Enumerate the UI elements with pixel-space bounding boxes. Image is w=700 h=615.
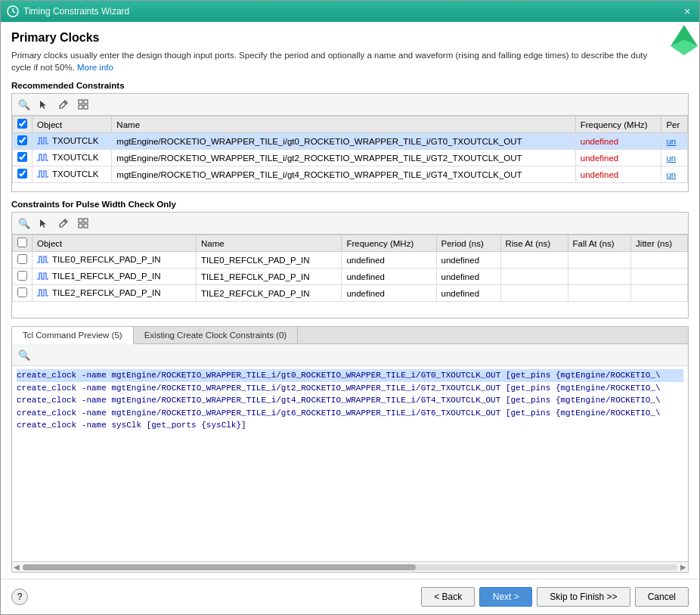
svg-rect-15 <box>84 224 88 228</box>
svg-line-2 <box>13 11 15 13</box>
col-check <box>13 235 33 252</box>
window-title: Timing Constraints Wizard <box>23 6 129 17</box>
page-title: Primary Clocks <box>11 31 689 45</box>
wave-icon <box>37 272 49 281</box>
wave-icon <box>37 153 49 162</box>
more-info-link[interactable]: More info <box>77 63 113 72</box>
tcl-search-btn[interactable]: 🔍 <box>15 346 33 363</box>
cancel-button[interactable]: Cancel <box>635 587 689 607</box>
col-period: Period (ns) <box>436 235 500 252</box>
col-frequency: Frequency (MHz) <box>342 235 436 252</box>
row-checkbox[interactable] <box>17 271 27 281</box>
row-fall <box>568 269 631 285</box>
recommended-table: Object Name Frequency (MHz) Per <box>12 116 688 183</box>
close-button[interactable]: × <box>681 5 693 17</box>
svg-rect-8 <box>84 100 88 104</box>
pulse-table: Object Name Frequency (MHz) Period (ns) … <box>12 235 688 302</box>
table-row[interactable]: TXOUTCLK mgtEngine/ROCKETIO_WRAPPER_TILE… <box>13 166 688 183</box>
table-row[interactable]: TILE1_REFCLK_PAD_P_IN TILE1_REFCLK_PAD_P… <box>13 269 688 285</box>
pulse-select-all-checkbox[interactable] <box>17 238 27 247</box>
horizontal-scrollbar[interactable] <box>23 564 677 570</box>
row-rise <box>500 269 568 285</box>
row-frequency: undefined <box>575 166 661 183</box>
tcl-line: create_clock -name mgtEngine/ROCKETIO_WR… <box>17 394 683 407</box>
help-button[interactable]: ? <box>11 589 28 605</box>
col-object: Object <box>33 235 197 252</box>
row-checkbox-cell <box>13 166 33 183</box>
row-object: TXOUTCLK <box>33 150 112 166</box>
row-rise <box>500 252 568 269</box>
main-content: Primary Clocks Primary clocks usually en… <box>1 22 699 579</box>
row-rise <box>500 285 568 302</box>
tab-content: 🔍 create_clock -name mgtEngine/ROCKETIO_… <box>12 344 688 572</box>
page-description: Primary clocks usually enter the design … <box>11 49 669 73</box>
svg-line-11 <box>64 221 67 223</box>
pulse-edit-btn[interactable] <box>54 215 73 231</box>
row-name: TILE1_REFCLK_PAD_P_IN <box>196 269 341 285</box>
app-logo <box>669 23 699 57</box>
pulse-search-btn[interactable]: 🔍 <box>15 215 33 231</box>
row-name: TILE2_REFCLK_PAD_P_IN <box>196 285 341 302</box>
recommended-toolbar: 🔍 <box>12 94 688 116</box>
table-row[interactable]: TILE2_REFCLK_PAD_P_IN TILE2_REFCLK_PAD_P… <box>13 285 688 302</box>
row-name: mgtEngine/ROCKETIO_WRAPPER_TILE_i/gt4_RO… <box>112 166 575 183</box>
app-icon <box>7 5 19 17</box>
row-object: TXOUTCLK <box>33 133 112 150</box>
tcl-toolbar: 🔍 <box>12 344 688 366</box>
select-all-checkbox[interactable] <box>17 119 27 129</box>
recommended-table-scroll[interactable]: Object Name Frequency (MHz) Per <box>12 116 688 191</box>
titlebar-left: Timing Constraints Wizard <box>7 5 129 17</box>
tab-tcl-preview[interactable]: Tcl Command Preview (5) <box>12 327 134 344</box>
svg-rect-13 <box>84 219 88 222</box>
col-object: Object <box>33 116 112 133</box>
row-jitter <box>631 252 688 269</box>
recommended-search-btn[interactable]: 🔍 <box>15 96 33 113</box>
row-checkbox[interactable] <box>17 169 27 179</box>
row-checkbox[interactable] <box>17 287 27 297</box>
row-period: undefined <box>436 269 500 285</box>
pulse-chart-btn[interactable] <box>74 215 92 231</box>
recommended-section-label: Recommended Constraints <box>11 81 689 90</box>
row-checkbox[interactable] <box>17 152 27 162</box>
recommended-chart-btn[interactable] <box>74 96 92 113</box>
wave-icon <box>37 136 49 145</box>
col-name: Name <box>112 116 575 133</box>
pulse-cursor-btn[interactable] <box>35 215 53 231</box>
pulse-table-scroll[interactable]: Object Name Frequency (MHz) Period (ns) … <box>12 235 688 318</box>
main-window: Timing Constraints Wizard × Primary Cloc… <box>0 0 700 615</box>
row-period: un <box>661 133 688 150</box>
row-period: undefined <box>436 285 500 302</box>
row-object: TILE0_REFCLK_PAD_P_IN <box>33 252 197 269</box>
row-fall <box>568 252 631 269</box>
bottom-section: Tcl Command Preview (5) Existing Create … <box>11 326 689 573</box>
pulse-table-container: 🔍 Ob <box>11 212 689 318</box>
tcl-line: create_clock -name mgtEngine/ROCKETIO_WR… <box>17 407 683 420</box>
recommended-table-header: Object Name Frequency (MHz) Per <box>13 116 688 133</box>
table-row[interactable]: TXOUTCLK mgtEngine/ROCKETIO_WRAPPER_TILE… <box>13 133 688 150</box>
back-button[interactable]: < Back <box>421 587 475 607</box>
footer: ? < Back Next > Skip to Finish >> Cancel <box>1 579 699 614</box>
recommended-cursor-btn[interactable] <box>35 96 53 113</box>
svg-rect-10 <box>84 105 88 109</box>
row-checkbox[interactable] <box>17 135 27 145</box>
row-checkbox[interactable] <box>17 254 27 264</box>
col-period: Per <box>661 116 688 133</box>
scroll-left-arrow[interactable]: ◀ <box>14 563 20 571</box>
scroll-right-arrow[interactable]: ▶ <box>680 563 686 571</box>
svg-line-6 <box>64 102 67 104</box>
recommended-edit-btn[interactable] <box>54 96 73 113</box>
scrollbar-thumb <box>23 564 416 570</box>
tcl-line: create_clock -name mgtEngine/ROCKETIO_WR… <box>17 382 683 395</box>
row-jitter <box>631 285 688 302</box>
col-fall: Fall At (ns) <box>568 235 631 252</box>
tab-bar: Tcl Command Preview (5) Existing Create … <box>12 327 688 344</box>
pulse-toolbar: 🔍 <box>12 213 688 235</box>
table-row[interactable]: TXOUTCLK mgtEngine/ROCKETIO_WRAPPER_TILE… <box>13 150 688 166</box>
tab-existing-constraints[interactable]: Existing Create Clock Constraints (0) <box>134 327 299 343</box>
skip-to-finish-button[interactable]: Skip to Finish >> <box>537 587 630 607</box>
table-row[interactable]: TILE0_REFCLK_PAD_P_IN TILE0_REFCLK_PAD_P… <box>13 252 688 269</box>
row-name: TILE0_REFCLK_PAD_P_IN <box>196 252 341 269</box>
next-button[interactable]: Next > <box>479 587 532 607</box>
row-frequency: undefined <box>575 133 661 150</box>
wave-icon <box>37 288 49 297</box>
